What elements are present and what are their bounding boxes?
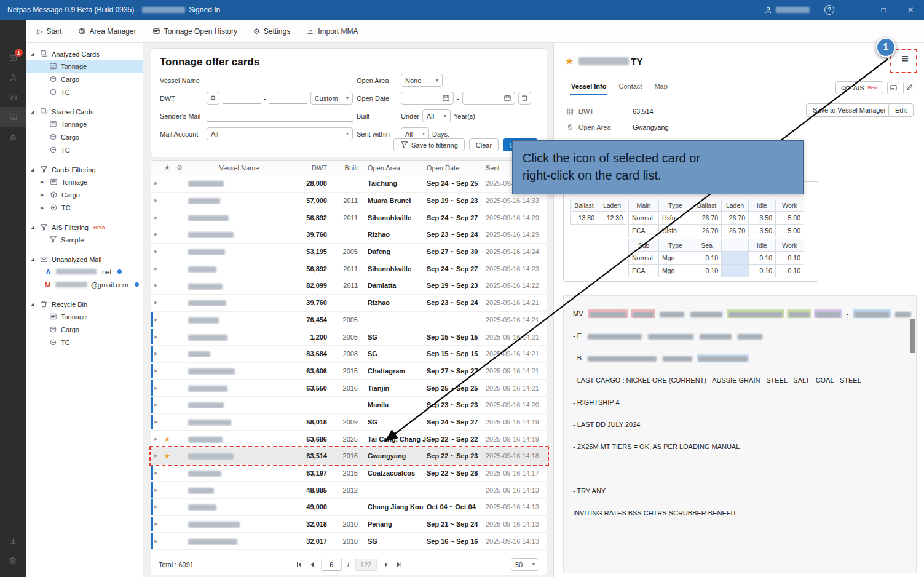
mail-account-select[interactable]: All▾ <box>207 127 353 140</box>
toolbar-import-mma[interactable]: Import MMA <box>306 27 358 36</box>
ais-button[interactable]: AISBeta <box>835 81 883 94</box>
table-row[interactable]: ▶63,6062015ChattagramSep 27 ~ Sep 272025… <box>151 363 547 380</box>
sidebar-item-tonnage[interactable]: Tonnage <box>26 117 143 130</box>
last-page-icon[interactable] <box>395 561 403 568</box>
expander-icon[interactable]: ▶ <box>41 193 46 197</box>
clear-button[interactable]: Clear <box>469 138 499 151</box>
toolbar-settings[interactable]: ⚙Settings <box>253 27 290 36</box>
dwt-min-input[interactable] <box>223 93 261 104</box>
table-row[interactable]: ▶39,760RizhaoSep 23 ~ Sep 242025-09-16 1… <box>151 226 547 244</box>
table-row[interactable]: ▶56,8922011SihanohkvilleSep 24 ~ Sep 272… <box>151 260 547 277</box>
sidebar-item-mail-account[interactable]: M@gmail.com <box>26 278 143 291</box>
row-expand-icon[interactable]: ▶ <box>151 266 161 271</box>
header-open-area[interactable]: Open Area <box>363 164 427 172</box>
row-expand-icon[interactable]: ▶ <box>151 215 161 220</box>
rail-item-settings[interactable]: ⚙ <box>0 551 26 571</box>
table-row[interactable]: ▶32,0172010SGSep 16 ~ Sep 162025-09-16 1… <box>151 533 547 550</box>
open-date-from-input[interactable] <box>401 92 454 105</box>
expander-icon[interactable]: ▶ <box>41 205 46 210</box>
vessel-name-input[interactable] <box>207 75 353 86</box>
table-row[interactable]: ▶48,88520122025-09-16 14:13 <box>151 482 547 499</box>
expander-icon[interactable]: ▶ <box>41 180 46 185</box>
maximize-button[interactable]: □ <box>870 0 897 20</box>
sidebar-item-tc[interactable]: TC <box>26 143 143 156</box>
tree-expand-icon[interactable]: ◢ <box>31 52 36 57</box>
dwt-max-input[interactable] <box>269 93 307 104</box>
header-exclude-icon[interactable]: ⊘ <box>173 164 186 172</box>
tab-vessel-info[interactable]: Vessel Info <box>565 80 612 95</box>
tree-expand-icon[interactable]: ◢ <box>31 257 36 262</box>
sidebar-section-header[interactable]: ◢Unanalyzed Mail <box>26 253 143 265</box>
tree-expand-icon[interactable]: ◢ <box>31 109 36 114</box>
compose-button[interactable] <box>903 82 915 94</box>
row-expand-icon[interactable]: ▶ <box>151 437 161 442</box>
favorite-star-icon[interactable]: ★ <box>565 55 574 67</box>
table-row[interactable]: ▶39,760RizhaoSep 23 ~ Sep 242025-09-16 1… <box>151 295 547 312</box>
table-row[interactable]: ▶58,0182009SGSep 24 ~ Sep 272025-09-16 1… <box>151 414 547 431</box>
rail-item-gallery[interactable] <box>0 87 26 107</box>
sidebar-item-cargo[interactable]: ▶Cargo <box>26 188 143 201</box>
sidebar-item-sample[interactable]: Sample <box>26 233 143 246</box>
rail-item-contacts[interactable] <box>0 68 26 87</box>
tree-expand-icon[interactable]: ◢ <box>31 167 36 172</box>
card-export-button[interactable] <box>887 82 899 94</box>
sidebar-item-tonnage[interactable]: ▶Tonnage <box>26 175 143 188</box>
table-row[interactable]: ▶83,6842008SGSep 15 ~ Sep 152025-09-16 1… <box>151 346 547 363</box>
sidebar-item-tc[interactable]: TC <box>26 86 143 98</box>
rail-item-mail[interactable]: 1 <box>0 48 26 68</box>
clear-dates-button[interactable] <box>518 92 531 105</box>
toolbar-tonnage-open-history[interactable]: Tonnage Open History <box>152 27 237 36</box>
dwt-settings-button[interactable]: ⚙ <box>207 92 219 105</box>
row-expand-icon[interactable]: ▶ <box>151 249 161 254</box>
table-row[interactable]: ▶28,000TaichungSep 24 ~ Sep 252025-09-16… <box>151 175 547 193</box>
table-row[interactable]: ▶76,45420052025-09-16 14:21 <box>151 312 547 329</box>
tree-expand-icon[interactable]: ◢ <box>31 225 36 230</box>
table-row[interactable]: ▶63,1972015CoatzacoalcosSep 22 ~ Sep 282… <box>151 465 547 482</box>
senders-mail-input[interactable] <box>207 111 353 122</box>
sidebar-item-cargo[interactable]: Cargo <box>26 130 143 143</box>
dwt-preset-select[interactable]: Custom▾ <box>310 92 353 105</box>
sidebar-section-header[interactable]: ◢Analyzed Cards <box>26 48 143 60</box>
message-scrollbar[interactable] <box>910 319 915 353</box>
row-expand-icon[interactable]: ▶ <box>151 232 161 237</box>
table-row[interactable]: ▶32,0182010PenangSep 21 ~ Sep 242025-09-… <box>151 516 547 533</box>
rail-item-ship[interactable] <box>0 127 26 146</box>
sidebar-item-cargo[interactable]: Cargo <box>26 323 143 336</box>
sidebar-item-tonnage[interactable]: Tonnage <box>26 60 143 73</box>
toolbar-start[interactable]: ▷Start <box>37 27 62 36</box>
row-expand-icon[interactable]: ▶ <box>151 181 161 186</box>
edit-button[interactable]: Edit <box>888 103 914 117</box>
sidebar-item-mail-account[interactable]: A.net <box>26 265 143 278</box>
close-button[interactable]: ✕ <box>897 0 924 20</box>
table-row[interactable]: ▶57,0002011Muara BruneiSep 19 ~ Sep 2320… <box>151 193 547 210</box>
open-area-select[interactable]: None▾ <box>401 74 443 87</box>
open-date-to-input[interactable] <box>462 92 515 105</box>
next-page-icon[interactable] <box>382 561 390 568</box>
table-row[interactable]: ▶★63,5142016GwangyangSep 22 ~ Sep 232025… <box>151 448 547 465</box>
sidebar-section-header[interactable]: ◢Recycle Bin <box>26 298 143 310</box>
row-expand-icon[interactable]: ▶ <box>151 453 161 458</box>
built-select[interactable]: All▾ <box>422 109 451 122</box>
header-open-date[interactable]: Open Date <box>427 164 486 172</box>
sidebar-item-cargo[interactable]: Cargo <box>26 73 143 86</box>
minimize-button[interactable]: ─ <box>843 0 870 20</box>
sidebar-section-header[interactable]: ◢AIS FilteringBeta <box>26 221 143 233</box>
tab-contact[interactable]: Contact <box>612 80 648 95</box>
table-row[interactable]: ▶★63,6862025Tai Cang, Chang Jia...Sep 22… <box>151 431 547 448</box>
save-to-filtering-button[interactable]: Save to filtering <box>393 138 465 151</box>
tab-map[interactable]: Map <box>648 80 673 95</box>
page-number-input[interactable] <box>321 559 342 571</box>
row-expand-icon[interactable]: ▶ <box>151 283 161 288</box>
header-star-icon[interactable]: ★ <box>161 164 173 172</box>
rail-item-download[interactable] <box>0 531 26 551</box>
first-page-icon[interactable] <box>295 561 302 568</box>
sidebar-item-tonnage[interactable]: Tonnage <box>26 310 143 323</box>
titlebar-account[interactable] <box>758 0 816 20</box>
table-row[interactable]: ▶49,000Chang Jiang KouOct 04 ~ Oct 04202… <box>151 499 547 516</box>
sidebar-item-tc[interactable]: ▶TC <box>26 201 143 214</box>
rail-item-cards[interactable] <box>0 107 26 127</box>
table-row[interactable]: ▶63,5502016TianjinSep 25 ~ Sep 252025-09… <box>151 380 547 397</box>
row-expand-icon[interactable]: ▶ <box>151 300 161 305</box>
row-expand-icon[interactable]: ▶ <box>151 198 161 203</box>
page-size-select[interactable]: 50▾ <box>511 558 539 571</box>
